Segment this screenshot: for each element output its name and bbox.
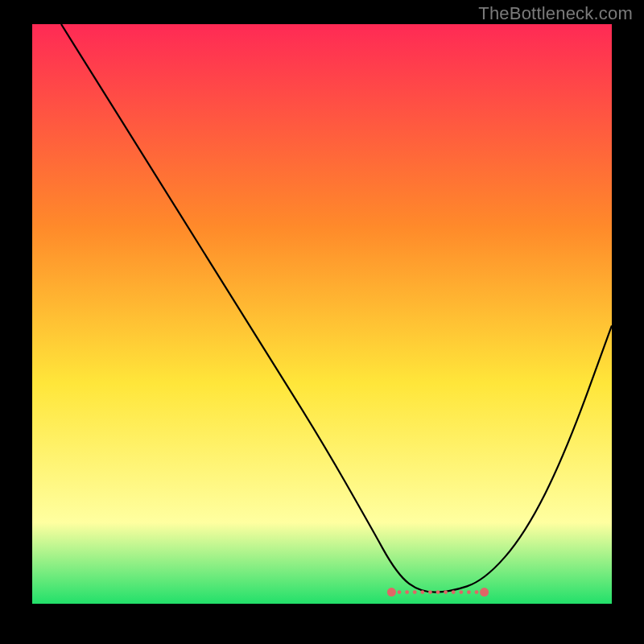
svg-point-5: [420, 590, 424, 594]
svg-point-2: [398, 590, 402, 594]
svg-point-8: [444, 590, 448, 594]
chart-svg: [32, 24, 612, 604]
svg-point-3: [405, 590, 409, 594]
svg-point-1: [480, 588, 489, 597]
svg-point-0: [387, 588, 396, 597]
gradient-background: [32, 24, 612, 604]
svg-point-6: [428, 590, 432, 594]
plot-area: [32, 24, 612, 604]
svg-point-11: [467, 590, 471, 594]
svg-point-9: [452, 590, 456, 594]
svg-point-7: [436, 590, 440, 594]
chart-frame: TheBottleneck.com: [0, 0, 644, 644]
svg-point-10: [459, 590, 463, 594]
svg-point-4: [413, 590, 417, 594]
svg-point-12: [475, 590, 479, 594]
watermark-text: TheBottleneck.com: [478, 3, 633, 24]
